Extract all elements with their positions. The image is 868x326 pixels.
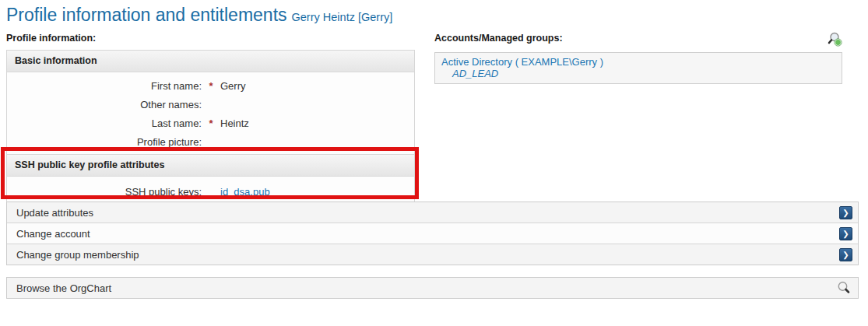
ssh-key-link[interactable]: id_dsa.pub xyxy=(220,186,270,198)
field-value: Heintz xyxy=(220,117,249,129)
profile-panel: Basic information First name: * Gerry Ot… xyxy=(6,50,415,209)
profile-information-label: Profile information: xyxy=(6,33,415,44)
field-row-other-names: Other names: xyxy=(7,95,414,114)
page: Profile information and entitlementsGerr… xyxy=(0,0,868,326)
chevron-right-icon[interactable]: ❯ xyxy=(839,248,852,261)
chevron-right-icon[interactable]: ❯ xyxy=(839,206,852,219)
profile-column: Profile information: Basic information F… xyxy=(6,33,415,209)
field-value: Gerry xyxy=(220,80,246,92)
accounts-column: Accounts/Managed groups: Active Director… xyxy=(434,33,842,84)
field-label: First name: xyxy=(7,80,202,92)
accounts-box: Active Directory ( EXAMPLE\Gerry ) AD_LE… xyxy=(434,52,842,84)
page-title: Profile information and entitlements xyxy=(6,5,287,25)
basic-information-fields: First name: * Gerry Other names: Last na… xyxy=(7,72,414,154)
action-change-group-membership[interactable]: Change group membership ❯ xyxy=(7,244,858,265)
action-label: Change group membership xyxy=(16,249,139,261)
field-row-ssh-public-keys: SSH public keys: id_dsa.pub xyxy=(7,182,414,201)
group-link-ad-lead[interactable]: AD_LEAD xyxy=(441,68,835,79)
field-label: Last name: xyxy=(7,117,202,129)
search-icon[interactable] xyxy=(836,280,852,296)
field-label: Other names: xyxy=(7,99,202,110)
account-link-active-directory[interactable]: Active Directory ( EXAMPLE\Gerry ) xyxy=(441,56,835,68)
action-change-account[interactable]: Change account ❯ xyxy=(7,223,858,244)
field-row-profile-picture: Profile picture: xyxy=(7,132,414,151)
action-label: Change account xyxy=(16,228,90,240)
basic-information-header: Basic information xyxy=(7,51,414,72)
field-row-last-name: Last name: * Heintz xyxy=(7,114,414,132)
actions-list: Update attributes ❯ Change account ❯ Cha… xyxy=(6,202,859,265)
page-subtitle: Gerry Heintz [Gerry] xyxy=(292,11,393,23)
required-marker: * xyxy=(202,117,220,129)
search-accounts-icon[interactable] xyxy=(827,31,842,47)
field-row-first-name: First name: * Gerry xyxy=(7,76,414,95)
field-label: Profile picture: xyxy=(7,136,202,148)
field-label: SSH public keys: xyxy=(7,186,202,198)
action-update-attributes[interactable]: Update attributes ❯ xyxy=(7,202,858,223)
ssh-attributes-header: SSH public key profile attributes xyxy=(7,154,414,177)
required-marker: * xyxy=(202,80,220,92)
action-label: Update attributes xyxy=(16,207,93,219)
chevron-right-icon[interactable]: ❯ xyxy=(839,227,852,240)
accounts-managed-groups-label: Accounts/Managed groups: xyxy=(434,33,563,44)
orgchart-label: Browse the OrgChart xyxy=(16,282,111,294)
page-header: Profile information and entitlementsGerr… xyxy=(6,5,392,26)
browse-orgchart-bar[interactable]: Browse the OrgChart xyxy=(6,277,859,299)
